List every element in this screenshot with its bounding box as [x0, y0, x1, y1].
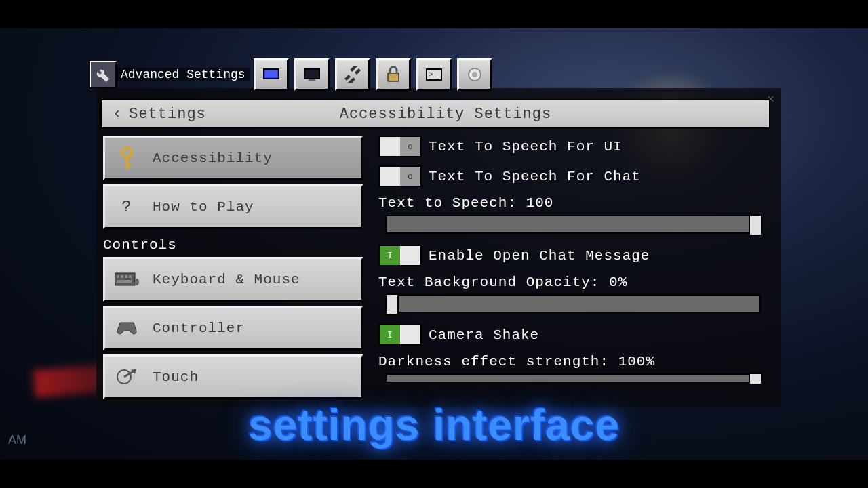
settings-panel: ✕ ‹ Settings Accessibility Settings Acce… [96, 88, 781, 407]
video-caption: settings interface [248, 400, 620, 450]
toolbar-btn-display[interactable] [254, 58, 289, 91]
slider-tts[interactable] [385, 215, 761, 234]
key-icon [115, 146, 139, 170]
svg-rect-12 [115, 273, 135, 285]
gamepad-icon [115, 320, 139, 336]
letterbox-bottom [0, 460, 868, 488]
slider-bg-opacity[interactable] [385, 294, 761, 313]
toolbar-btn-lock[interactable] [376, 58, 411, 91]
sidebar-item-label: Accessibility [153, 150, 273, 166]
svg-rect-16 [129, 275, 132, 278]
svg-rect-10 [125, 157, 128, 169]
watermark: AM [8, 433, 26, 447]
back-button[interactable]: ‹ Settings [102, 100, 217, 127]
sidebar-item-touch[interactable]: Touch [103, 354, 363, 399]
sidebar-item-keyboard[interactable]: Keyboard & Mouse [103, 257, 363, 302]
toggle-switch[interactable]: I [378, 324, 422, 346]
svg-point-8 [472, 72, 477, 77]
toggle-switch[interactable]: o [378, 165, 422, 187]
toggle-label: Enable Open Chat Message [429, 248, 650, 264]
toggle-tts-chat: o Text To Speech For Chat [378, 165, 772, 187]
toggle-label: Text To Speech For UI [429, 139, 623, 155]
sidebar-item-accessibility[interactable]: Accessibility [103, 136, 363, 180]
slider-handle[interactable] [749, 373, 762, 385]
sidebar-item-how-to-play[interactable]: ? How to Play [103, 184, 363, 229]
slider-darkness[interactable] [385, 373, 761, 383]
touch-icon [115, 367, 139, 386]
svg-rect-17 [117, 280, 132, 283]
slider-handle[interactable] [749, 214, 762, 236]
sidebar-item-label: Keyboard & Mouse [153, 272, 300, 287]
page-title: Accessibility Settings [217, 106, 769, 123]
slider-bg-opacity-label: Text Background Opacity: 0% [378, 274, 772, 290]
slider-handle[interactable] [385, 293, 399, 315]
toggle-label: Camera Shake [429, 327, 539, 343]
letterbox-top [0, 0, 868, 28]
settings-content: o Text To Speech For UI o Text To Speech… [378, 136, 772, 383]
header-bar: ‹ Settings Accessibility Settings [100, 99, 770, 129]
toggle-open-chat: I Enable Open Chat Message [378, 245, 772, 266]
toggle-label: Text To Speech For Chat [429, 169, 641, 184]
back-label: Settings [129, 106, 206, 123]
wrench-icon [90, 61, 117, 88]
toggle-tts-ui: o Text To Speech For UI [378, 136, 772, 157]
svg-rect-11 [125, 163, 131, 166]
toolbar-title: Advanced Settings [117, 68, 250, 81]
toggle-camera-shake: I Camera Shake [378, 324, 772, 346]
chevron-left-icon: ‹ [113, 106, 122, 123]
svg-rect-13 [117, 275, 119, 278]
advanced-settings-toolbar: Advanced Settings >_ [90, 58, 492, 91]
toolbar-btn-gear[interactable] [457, 58, 492, 91]
svg-text:>_: >_ [429, 71, 437, 79]
toolbar-btn-blank[interactable] [294, 58, 330, 91]
svg-rect-1 [265, 70, 277, 77]
question-icon: ? [115, 198, 139, 216]
svg-rect-15 [125, 275, 127, 278]
svg-point-18 [135, 279, 139, 285]
svg-point-9 [122, 148, 132, 157]
keyboard-icon [115, 272, 139, 287]
svg-rect-3 [309, 79, 315, 81]
svg-rect-2 [304, 69, 319, 79]
slider-darkness-label: Darkness effect strength: 100% [378, 354, 772, 369]
toolbar-btn-tools[interactable] [335, 58, 370, 91]
svg-rect-4 [388, 73, 399, 81]
sidebar-item-controller[interactable]: Controller [103, 306, 363, 350]
section-controls-label: Controls [103, 233, 363, 257]
sidebar-item-label: Controller [153, 321, 245, 336]
toggle-switch[interactable]: o [378, 136, 422, 157]
sidebar-item-label: How to Play [153, 199, 254, 215]
svg-rect-14 [121, 275, 123, 278]
slider-tts-label: Text to Speech: 100 [378, 195, 772, 211]
toggle-switch[interactable]: I [378, 245, 422, 266]
sidebar-item-label: Touch [153, 369, 199, 385]
toolbar-btn-terminal[interactable]: >_ [416, 58, 452, 91]
sidebar: Accessibility ? How to Play Controls Key… [103, 136, 363, 403]
